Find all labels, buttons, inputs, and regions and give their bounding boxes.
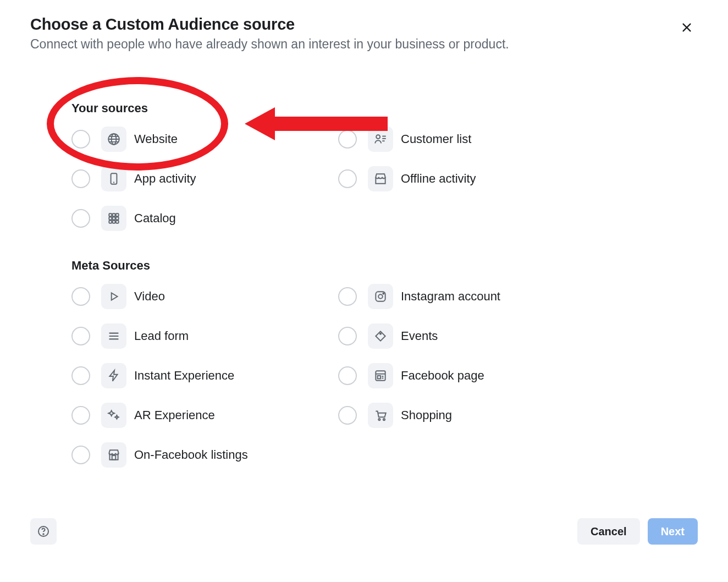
svg-rect-17 bbox=[109, 221, 112, 223]
svg-rect-16 bbox=[116, 217, 119, 220]
option-label: Shopping bbox=[401, 408, 452, 422]
option-shopping[interactable]: Shopping bbox=[338, 403, 605, 428]
grid-icon bbox=[101, 206, 126, 231]
option-label: On-Facebook listings bbox=[134, 448, 248, 462]
option-ar-experience[interactable]: AR Experience bbox=[71, 403, 338, 428]
next-button[interactable]: Next bbox=[648, 518, 698, 545]
option-label: App activity bbox=[134, 172, 196, 186]
dialog-subtitle: Connect with people who have already sho… bbox=[30, 37, 698, 52]
option-instagram-account[interactable]: Instagram account bbox=[338, 284, 605, 309]
radio-app-activity[interactable] bbox=[71, 169, 90, 188]
section-heading-your-sources: Your sources bbox=[71, 101, 698, 116]
option-row: Website Customer list bbox=[71, 127, 698, 152]
bolt-icon bbox=[101, 363, 126, 388]
dialog-footer: Cancel Next bbox=[30, 518, 698, 545]
option-row: Catalog bbox=[71, 206, 698, 231]
option-label: Website bbox=[134, 132, 178, 146]
option-catalog[interactable]: Catalog bbox=[71, 206, 338, 231]
svg-rect-14 bbox=[109, 217, 112, 220]
option-row: On-Facebook listings bbox=[71, 442, 698, 468]
tag-icon bbox=[368, 323, 393, 349]
svg-rect-15 bbox=[113, 217, 115, 220]
svg-rect-19 bbox=[116, 221, 119, 223]
svg-rect-31 bbox=[378, 376, 380, 378]
radio-video[interactable] bbox=[71, 287, 90, 306]
radio-facebook-page[interactable] bbox=[338, 366, 357, 385]
close-icon bbox=[681, 21, 693, 34]
dialog-body: Your sources Website Customer list bbox=[30, 101, 698, 468]
option-label: Video bbox=[134, 289, 165, 304]
option-row: Lead form Events bbox=[71, 323, 698, 349]
svg-point-34 bbox=[378, 419, 380, 420]
option-row: App activity Offline activity bbox=[71, 166, 698, 191]
radio-offline-activity[interactable] bbox=[338, 169, 357, 188]
radio-shopping[interactable] bbox=[338, 406, 357, 425]
svg-rect-12 bbox=[113, 213, 115, 216]
option-facebook-page[interactable]: Facebook page bbox=[338, 363, 605, 388]
option-row: Instant Experience Facebook page bbox=[71, 363, 698, 388]
svg-point-22 bbox=[378, 294, 383, 299]
section-meta-sources: Meta Sources Video Instagram account bbox=[71, 259, 698, 468]
globe-icon bbox=[101, 127, 126, 152]
radio-catalog[interactable] bbox=[71, 209, 90, 228]
option-label: Facebook page bbox=[401, 369, 484, 383]
radio-instant-experience[interactable] bbox=[71, 366, 90, 385]
svg-point-5 bbox=[376, 135, 380, 139]
cart-icon bbox=[368, 403, 393, 428]
option-on-facebook-listings[interactable]: On-Facebook listings bbox=[71, 442, 338, 468]
option-label: Catalog bbox=[134, 211, 176, 226]
svg-point-35 bbox=[383, 419, 385, 420]
option-label: Instagram account bbox=[401, 289, 500, 304]
svg-marker-28 bbox=[109, 370, 117, 381]
footer-buttons: Cancel Next bbox=[577, 518, 698, 545]
play-icon bbox=[101, 284, 126, 309]
option-offline-activity[interactable]: Offline activity bbox=[338, 166, 605, 191]
option-label: Events bbox=[401, 329, 438, 343]
option-video[interactable]: Video bbox=[71, 284, 338, 309]
dialog-header: Choose a Custom Audience source Connect … bbox=[30, 15, 698, 52]
storefront-icon bbox=[368, 166, 393, 191]
sparkle-icon bbox=[101, 403, 126, 428]
close-button[interactable] bbox=[676, 17, 698, 39]
svg-rect-11 bbox=[109, 213, 112, 216]
instagram-icon bbox=[368, 284, 393, 309]
help-icon bbox=[37, 525, 50, 538]
option-label: Offline activity bbox=[401, 172, 476, 186]
help-button[interactable] bbox=[30, 518, 57, 545]
svg-rect-18 bbox=[113, 221, 115, 223]
svg-rect-36 bbox=[112, 455, 116, 460]
option-website[interactable]: Website bbox=[71, 127, 338, 152]
store-icon bbox=[101, 442, 126, 468]
option-row: AR Experience Shopping bbox=[71, 403, 698, 428]
radio-ar-experience[interactable] bbox=[71, 406, 90, 425]
radio-website[interactable] bbox=[71, 130, 90, 149]
lines-icon bbox=[101, 323, 126, 349]
radio-customer-list[interactable] bbox=[338, 130, 357, 149]
option-row: Video Instagram account bbox=[71, 284, 698, 309]
option-app-activity[interactable]: App activity bbox=[71, 166, 338, 191]
customer-list-icon bbox=[368, 127, 393, 152]
svg-point-23 bbox=[383, 293, 384, 294]
option-label: Instant Experience bbox=[134, 369, 234, 383]
option-instant-experience[interactable]: Instant Experience bbox=[71, 363, 338, 388]
radio-events[interactable] bbox=[338, 327, 357, 345]
option-label: AR Experience bbox=[134, 408, 215, 422]
option-label: Lead form bbox=[134, 329, 189, 343]
radio-lead-form[interactable] bbox=[71, 327, 90, 345]
option-customer-list[interactable]: Customer list bbox=[338, 127, 605, 152]
option-lead-form[interactable]: Lead form bbox=[71, 323, 338, 349]
option-events[interactable]: Events bbox=[338, 323, 605, 349]
svg-point-27 bbox=[380, 333, 381, 334]
dialog-title: Choose a Custom Audience source bbox=[30, 15, 698, 34]
svg-point-39 bbox=[43, 534, 44, 535]
cancel-button[interactable]: Cancel bbox=[577, 518, 640, 545]
svg-marker-20 bbox=[112, 293, 118, 300]
svg-rect-13 bbox=[116, 213, 119, 216]
section-heading-meta-sources: Meta Sources bbox=[71, 259, 698, 273]
page-icon bbox=[368, 363, 393, 388]
smartphone-icon bbox=[101, 166, 126, 191]
option-label: Customer list bbox=[401, 132, 471, 146]
section-your-sources: Your sources Website Customer list bbox=[71, 101, 698, 231]
radio-instagram-account[interactable] bbox=[338, 287, 357, 306]
radio-on-facebook-listings[interactable] bbox=[71, 446, 90, 464]
